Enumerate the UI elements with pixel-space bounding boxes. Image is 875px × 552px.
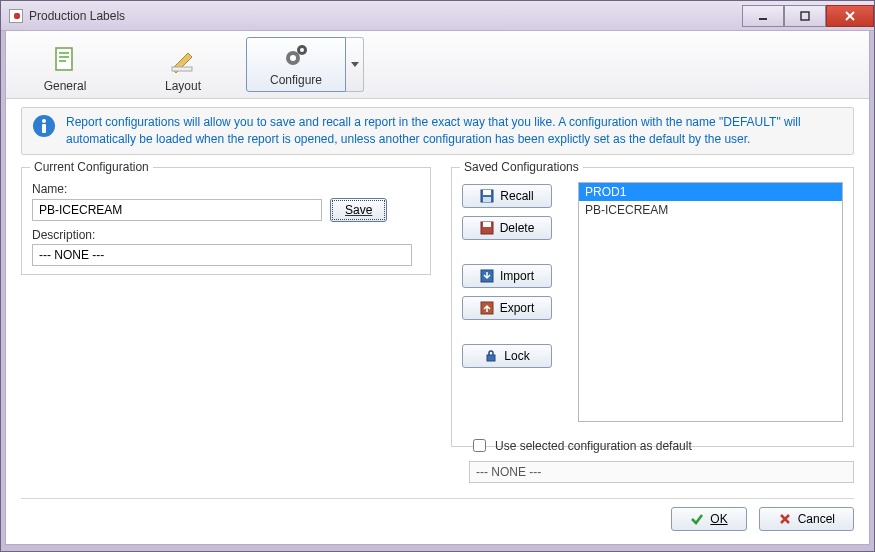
save-button[interactable]: Save: [330, 198, 387, 222]
cancel-label: Cancel: [798, 512, 835, 526]
app-icon: [9, 9, 23, 23]
titlebar: Production Labels: [1, 1, 874, 31]
current-configuration-legend: Current Configuration: [30, 160, 153, 174]
default-config-display: --- NONE ---: [469, 461, 854, 483]
tab-layout-label: Layout: [165, 79, 201, 93]
disk-import-icon: [480, 269, 494, 283]
ok-button[interactable]: OK: [671, 507, 746, 531]
ok-label: OK: [710, 512, 727, 526]
disk-delete-icon: [480, 221, 494, 235]
check-icon: [690, 512, 704, 526]
gears-icon: [278, 38, 314, 71]
minimize-button[interactable]: [742, 5, 784, 27]
info-text: Report configurations will allow you to …: [66, 114, 843, 148]
svg-point-12: [300, 48, 304, 52]
current-configuration-group: Current Configuration Name: Save Descrip…: [21, 167, 431, 275]
maximize-icon: [799, 10, 811, 22]
tab-configure[interactable]: Configure: [246, 37, 346, 92]
disk-icon: [480, 189, 494, 203]
tab-layout[interactable]: Layout: [128, 31, 238, 98]
dialog-footer: OK Cancel: [21, 498, 854, 532]
list-item[interactable]: PROD1: [579, 183, 842, 201]
description-input[interactable]: [32, 244, 412, 266]
delete-label: Delete: [500, 221, 535, 235]
use-as-default-label: Use selected configuration as default: [495, 439, 692, 453]
saved-configurations-list[interactable]: PROD1 PB-ICECREAM: [578, 182, 843, 422]
svg-rect-15: [42, 124, 46, 133]
svg-rect-18: [483, 197, 491, 202]
save-button-label: Save: [345, 203, 372, 217]
list-item[interactable]: PB-ICECREAM: [579, 201, 842, 219]
pencil-ruler-icon: [165, 43, 201, 77]
info-box: Report configurations will allow you to …: [21, 107, 854, 155]
maximize-button[interactable]: [784, 5, 826, 27]
export-button[interactable]: Export: [462, 296, 552, 320]
tab-configure-dropdown[interactable]: [346, 37, 364, 92]
cancel-button[interactable]: Cancel: [759, 507, 854, 531]
tab-general[interactable]: General: [10, 31, 120, 98]
svg-rect-20: [483, 222, 491, 227]
export-label: Export: [500, 301, 535, 315]
svg-rect-23: [487, 355, 495, 361]
name-input[interactable]: [32, 199, 322, 221]
close-button[interactable]: [826, 5, 874, 27]
tab-configure-label: Configure: [270, 73, 322, 87]
tab-configure-split: Configure: [246, 31, 364, 98]
lock-button[interactable]: Lock: [462, 344, 552, 368]
tab-general-label: General: [44, 79, 87, 93]
lock-label: Lock: [504, 349, 529, 363]
disk-export-icon: [480, 301, 494, 315]
svg-rect-5: [59, 52, 69, 54]
svg-rect-17: [483, 190, 491, 195]
delete-button[interactable]: Delete: [462, 216, 552, 240]
dialog-window: Production Labels General: [0, 0, 875, 552]
close-icon: [844, 10, 856, 22]
minimize-icon: [757, 10, 769, 22]
lock-icon: [484, 349, 498, 363]
recall-button[interactable]: Recall: [462, 184, 552, 208]
import-button[interactable]: Import: [462, 264, 552, 288]
toolbar: General Layout Configure: [6, 31, 869, 99]
import-label: Import: [500, 269, 534, 283]
svg-rect-1: [801, 12, 809, 20]
chevron-down-icon: [351, 61, 359, 69]
document-icon: [47, 43, 83, 77]
cross-icon: [778, 512, 792, 526]
svg-rect-7: [59, 60, 66, 62]
svg-point-14: [42, 119, 46, 123]
info-icon: [32, 114, 56, 138]
svg-point-10: [290, 55, 296, 61]
saved-configurations-group: Saved Configurations Recall Delete: [451, 167, 854, 447]
saved-configurations-legend: Saved Configurations: [460, 160, 583, 174]
svg-rect-4: [56, 48, 72, 70]
svg-rect-6: [59, 56, 69, 58]
description-label: Description:: [32, 228, 420, 242]
use-as-default-checkbox[interactable]: [473, 439, 486, 452]
svg-rect-8: [172, 67, 192, 71]
recall-label: Recall: [500, 189, 533, 203]
name-label: Name:: [32, 182, 420, 196]
window-title: Production Labels: [29, 9, 125, 23]
